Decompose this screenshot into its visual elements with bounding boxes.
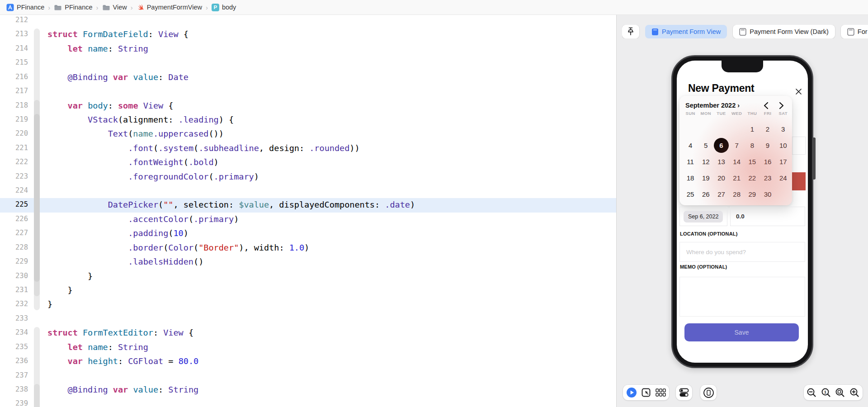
calendar-day-11[interactable]: 11 bbox=[683, 153, 698, 170]
code-line-212[interactable] bbox=[47, 15, 616, 27]
category-color-swatch[interactable] bbox=[792, 172, 806, 190]
pin-preview-button[interactable] bbox=[622, 25, 639, 38]
code-line-239[interactable] bbox=[47, 397, 616, 407]
environment-overrides-button[interactable] bbox=[676, 385, 692, 400]
calendar-day-23[interactable]: 23 bbox=[760, 170, 775, 186]
line-number[interactable]: 216 bbox=[0, 70, 28, 84]
zoom-in-button[interactable] bbox=[848, 386, 861, 399]
zoom-actual-size-button[interactable]: 1 bbox=[820, 386, 832, 399]
line-number[interactable]: 239 bbox=[0, 397, 28, 407]
line-number[interactable]: 234 bbox=[0, 326, 28, 340]
code-line-236[interactable]: var height: CGFloat = 80.0 bbox=[47, 354, 616, 368]
save-button[interactable]: Save bbox=[684, 323, 799, 341]
line-number[interactable]: 227 bbox=[0, 226, 28, 240]
calendar-day-21[interactable]: 21 bbox=[729, 170, 745, 186]
calendar-day-2[interactable]: 2 bbox=[760, 121, 775, 137]
preview-on-device-button[interactable] bbox=[700, 385, 717, 400]
line-number[interactable]: 223 bbox=[0, 170, 28, 184]
line-number[interactable]: 224 bbox=[0, 184, 28, 198]
code-line-214[interactable]: let name: String bbox=[47, 42, 616, 56]
preview-tab-payment-form-view[interactable]: Payment Form View bbox=[645, 25, 727, 38]
line-number[interactable]: 238 bbox=[0, 383, 28, 397]
calendar-day-8[interactable]: 8 bbox=[745, 137, 760, 153]
code-line-228[interactable]: .border(Color("Border"), width: 1.0) bbox=[47, 241, 616, 255]
calendar-day-16[interactable]: 16 bbox=[760, 153, 775, 170]
zoom-fit-button[interactable] bbox=[834, 386, 847, 399]
code-line-215[interactable] bbox=[47, 56, 616, 70]
calendar-next-month-button[interactable] bbox=[777, 101, 786, 110]
memo-textarea[interactable] bbox=[679, 277, 805, 317]
calendar-day-25[interactable]: 25 bbox=[683, 186, 698, 202]
code-line-220[interactable]: Text(name.uppercased()) bbox=[47, 127, 616, 141]
calendar-day-22[interactable]: 22 bbox=[745, 170, 760, 186]
code-line-234[interactable]: struct FormTextEditor: View { bbox=[47, 326, 616, 340]
preview-tab-payment-form-view-dark-[interactable]: Payment Form View (Dark) bbox=[733, 25, 835, 38]
line-number[interactable]: 236 bbox=[0, 354, 28, 368]
calendar-day-12[interactable]: 12 bbox=[698, 153, 713, 170]
calendar-day-6[interactable]: 6 bbox=[713, 137, 729, 153]
calendar-day-18[interactable]: 18 bbox=[683, 170, 698, 186]
calendar-day-19[interactable]: 19 bbox=[698, 170, 713, 186]
code-line-229[interactable]: .labelsHidden() bbox=[47, 255, 616, 269]
calendar-day-30[interactable]: 30 bbox=[760, 186, 775, 202]
line-number[interactable]: 237 bbox=[0, 369, 28, 383]
code-line-237[interactable] bbox=[47, 369, 616, 383]
line-number[interactable]: 229 bbox=[0, 255, 28, 269]
location-input[interactable] bbox=[679, 242, 805, 262]
code-line-216[interactable]: @Binding var value: Date bbox=[47, 70, 616, 84]
selectable-mode-button[interactable] bbox=[640, 386, 652, 399]
calendar-day-26[interactable]: 26 bbox=[698, 186, 713, 202]
code-lines[interactable]: struct FormDateField: View { let name: S… bbox=[47, 15, 616, 407]
line-number[interactable]: 232 bbox=[0, 297, 28, 311]
line-number[interactable]: 222 bbox=[0, 155, 28, 169]
code-line-219[interactable]: VStack(alignment: .leading) { bbox=[47, 113, 616, 127]
calendar-day-15[interactable]: 15 bbox=[745, 153, 760, 170]
breadcrumb-item-body[interactable]: Pbody bbox=[212, 4, 236, 11]
calendar-day-14[interactable]: 14 bbox=[729, 153, 745, 170]
calendar-day-10[interactable]: 10 bbox=[775, 137, 791, 153]
line-number-gutter[interactable]: 2122132142152162172182192202212222232242… bbox=[0, 15, 28, 407]
amount-field[interactable]: 0.0 bbox=[730, 207, 805, 226]
code-line-222[interactable]: .fontWeight(.bold) bbox=[47, 155, 616, 169]
calendar-day-17[interactable]: 17 bbox=[775, 153, 791, 170]
code-line-218[interactable]: var body: some View { bbox=[47, 99, 616, 113]
breadcrumb-item-PFinance[interactable]: PFinance bbox=[6, 4, 44, 11]
code-line-217[interactable] bbox=[47, 84, 616, 98]
code-line-226[interactable]: .accentColor(.primary) bbox=[47, 212, 616, 226]
code-line-232[interactable]: } bbox=[47, 297, 616, 311]
calendar-month-button[interactable]: September 2022 › bbox=[685, 102, 740, 109]
line-number[interactable]: 221 bbox=[0, 141, 28, 155]
calendar-day-5[interactable]: 5 bbox=[698, 137, 713, 153]
code-editor[interactable]: 2122132142152162172182192202212222232242… bbox=[0, 15, 616, 407]
line-number[interactable]: 219 bbox=[0, 113, 28, 127]
breadcrumb-item-PFinance[interactable]: PFinance bbox=[54, 4, 92, 11]
line-number[interactable]: 225 bbox=[0, 198, 28, 212]
calendar-day-3[interactable]: 3 bbox=[775, 121, 791, 137]
line-number[interactable]: 230 bbox=[0, 269, 28, 283]
variants-mode-button[interactable] bbox=[655, 386, 667, 399]
close-icon[interactable] bbox=[794, 87, 803, 96]
line-number[interactable]: 218 bbox=[0, 99, 28, 113]
calendar-day-24[interactable]: 24 bbox=[775, 170, 791, 186]
code-line-230[interactable]: } bbox=[47, 269, 616, 283]
line-number[interactable]: 212 bbox=[0, 15, 28, 27]
code-line-224[interactable] bbox=[47, 184, 616, 198]
live-preview-button[interactable] bbox=[625, 386, 638, 399]
breadcrumb-item-View[interactable]: View bbox=[102, 4, 127, 11]
line-number[interactable]: 235 bbox=[0, 340, 28, 354]
line-number[interactable]: 233 bbox=[0, 312, 28, 326]
calendar-day-27[interactable]: 27 bbox=[713, 186, 729, 202]
calendar-day-9[interactable]: 9 bbox=[760, 137, 775, 153]
code-line-213[interactable]: struct FormDateField: View { bbox=[47, 27, 616, 41]
line-number[interactable]: 220 bbox=[0, 127, 28, 141]
preview-tab-for[interactable]: For bbox=[841, 25, 868, 38]
line-number[interactable]: 231 bbox=[0, 283, 28, 297]
date-field[interactable]: Sep 6, 2022 bbox=[679, 207, 727, 226]
zoom-out-button[interactable] bbox=[806, 386, 818, 399]
code-line-223[interactable]: .foregroundColor(.primary) bbox=[47, 170, 616, 184]
calendar-prev-month-button[interactable] bbox=[761, 101, 770, 110]
code-line-227[interactable]: .padding(10) bbox=[47, 226, 616, 240]
line-number[interactable]: 214 bbox=[0, 42, 28, 56]
fold-capsule[interactable] bbox=[34, 114, 40, 282]
line-number[interactable]: 215 bbox=[0, 56, 28, 70]
